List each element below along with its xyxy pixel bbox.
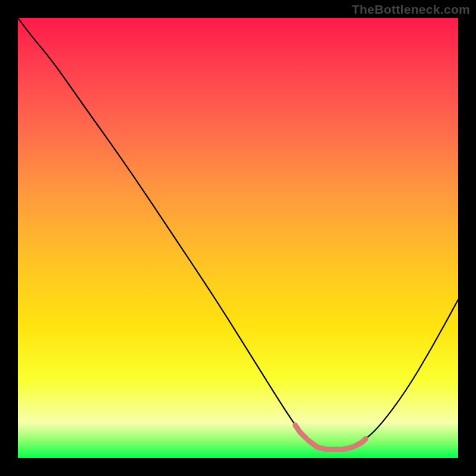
bottleneck-chart: TheBottleneck.com <box>0 0 476 476</box>
watermark-text: TheBottleneck.com <box>352 2 470 17</box>
highlight-cap-right <box>355 439 366 446</box>
bottleneck-curve <box>18 18 458 449</box>
plot-area <box>18 18 458 458</box>
highlight-segment <box>308 440 352 449</box>
curve-layer <box>18 18 458 458</box>
highlight-cap-left <box>295 425 306 439</box>
